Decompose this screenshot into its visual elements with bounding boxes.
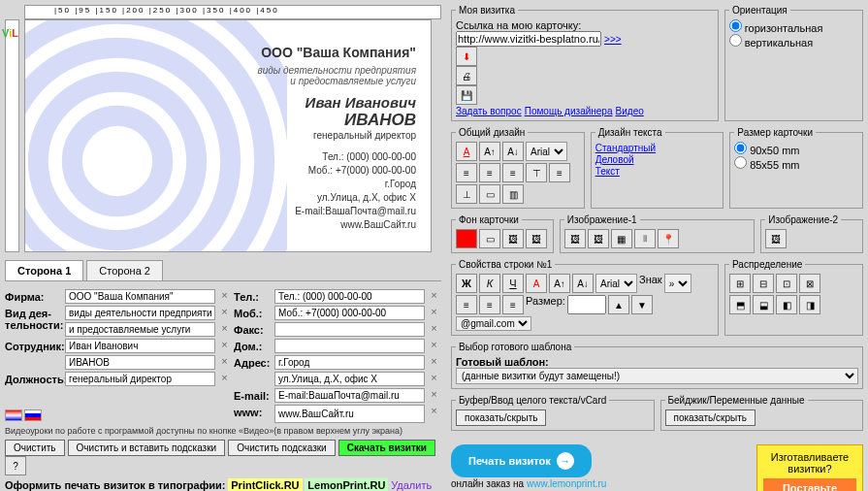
video-link[interactable]: Видео <box>616 106 644 116</box>
help-link[interactable]: Помощь дизайнера <box>525 106 613 116</box>
sign-select[interactable]: » <box>664 274 691 293</box>
valign-mid-icon[interactable]: ≡ <box>549 163 570 182</box>
lemon-link[interactable]: www.lemonprint.ru <box>527 478 606 489</box>
clear-icon[interactable]: × <box>427 372 441 386</box>
map-pin-icon[interactable]: 📍 <box>658 229 679 248</box>
help-icon[interactable]: ? <box>5 456 26 475</box>
d3-icon[interactable]: ⊡ <box>776 274 797 293</box>
valign-bot-icon[interactable]: ⊥ <box>456 184 477 204</box>
d5-icon[interactable]: ⬒ <box>729 295 751 314</box>
bg-clear-icon[interactable]: ▭ <box>479 229 500 248</box>
size2-radio[interactable] <box>734 156 747 169</box>
d2-icon[interactable]: ⊟ <box>753 274 774 293</box>
act-input1[interactable] <box>65 306 215 320</box>
link-url-input[interactable] <box>456 31 601 47</box>
font-dec2-icon[interactable]: A↓ <box>572 274 594 293</box>
bus-link[interactable]: Деловой <box>595 154 634 165</box>
emp-input1[interactable] <box>65 339 215 353</box>
card-canvas[interactable]: ООО "Ваша Компания" виды деятельности пр… <box>24 19 432 252</box>
download-button[interactable]: Скачать визитки <box>338 440 435 456</box>
flag-uk-icon[interactable] <box>5 409 22 421</box>
clear-tips-button[interactable]: Очистить подсказки <box>228 440 336 456</box>
std-link[interactable]: Стандартный <box>595 143 656 153</box>
adr-input1[interactable] <box>274 355 425 370</box>
clear-icon[interactable]: × <box>427 405 441 423</box>
size1-radio[interactable] <box>734 142 747 154</box>
clear-hints-button[interactable]: Очистить и вставить подсказки <box>68 440 226 456</box>
d1-icon[interactable]: ⊞ <box>729 274 751 293</box>
lines-icon[interactable]: ▥ <box>502 184 524 204</box>
l-align-right-icon[interactable]: ≡ <box>502 295 524 314</box>
align-right-icon[interactable]: ≡ <box>502 163 524 182</box>
pdf-icon[interactable]: ⬇ <box>456 47 477 66</box>
clear-icon[interactable]: × <box>427 388 441 403</box>
img-add-icon[interactable]: 🖼 <box>564 229 586 248</box>
template-select[interactable]: (данные визитки будут замещены!) <box>456 368 858 384</box>
email-input[interactable] <box>274 388 425 403</box>
clear-icon[interactable]: × <box>217 289 232 304</box>
qr-icon[interactable]: ▦ <box>611 229 632 248</box>
firma-input[interactable] <box>65 289 215 304</box>
l-align-left-icon[interactable]: ≡ <box>456 295 477 314</box>
emp-input2[interactable] <box>65 355 215 370</box>
print-order-button[interactable]: Печать визиток→ <box>451 444 592 477</box>
tab-side2[interactable]: Сторона 2 <box>86 260 163 280</box>
clear-icon[interactable]: × <box>427 289 441 304</box>
ad-box[interactable]: Изготавливаете визитки? Поставьте КОНСТР… <box>756 444 863 491</box>
font-inc2-icon[interactable]: A↑ <box>549 274 570 293</box>
mob-input[interactable] <box>274 306 425 320</box>
clear-icon[interactable]: × <box>427 322 441 337</box>
share-link[interactable]: >>> <box>604 34 622 45</box>
align-left-icon[interactable]: ≡ <box>456 163 477 182</box>
vert-radio[interactable] <box>729 34 742 47</box>
italic-icon[interactable]: К <box>479 274 500 293</box>
img-lib-icon[interactable]: 🖼 <box>588 229 609 248</box>
bg-img2-icon[interactable]: 🖼 <box>526 229 547 248</box>
fax-input[interactable] <box>274 322 425 337</box>
line-size-input[interactable] <box>567 295 606 314</box>
horiz-radio[interactable] <box>729 19 742 32</box>
adr-input2[interactable] <box>274 372 425 386</box>
d4-icon[interactable]: ⊠ <box>799 274 820 293</box>
line-font-select[interactable]: Arial <box>595 274 637 293</box>
pos-input[interactable] <box>65 372 215 386</box>
clear-icon[interactable]: × <box>217 339 232 353</box>
print-icon[interactable]: 🖨 <box>456 66 477 85</box>
clear-icon[interactable]: × <box>217 355 232 370</box>
font-color-icon[interactable]: A <box>456 142 477 161</box>
tab-side1[interactable]: Сторона 1 <box>5 260 83 280</box>
tel-input[interactable] <box>274 289 425 304</box>
txt-link[interactable]: Текст <box>595 166 620 177</box>
clear-button[interactable]: Очистить <box>5 440 65 456</box>
email-domain-select[interactable]: @gmail.com <box>456 316 531 331</box>
clear-icon[interactable]: × <box>217 322 232 337</box>
text-color-icon[interactable]: A <box>526 274 547 293</box>
www-input[interactable] <box>274 405 425 423</box>
clear-icon[interactable]: × <box>217 306 232 320</box>
d8-icon[interactable]: ◨ <box>799 295 820 314</box>
d7-icon[interactable]: ◧ <box>776 295 797 314</box>
lemonprint-link[interactable]: LemonPrint.RU <box>305 478 388 491</box>
ask-link[interactable]: Задать вопрос <box>456 106 522 116</box>
clear-icon[interactable]: × <box>217 372 232 386</box>
barcode-icon[interactable]: ⦀ <box>634 229 656 248</box>
bold-icon[interactable]: Ж <box>456 274 477 293</box>
l-align-center-icon[interactable]: ≡ <box>479 295 500 314</box>
badge-toggle-button[interactable]: показать/скрыть <box>665 409 755 426</box>
border-icon[interactable]: ▭ <box>479 184 500 204</box>
img2-add-icon[interactable]: 🖼 <box>765 229 787 248</box>
flag-ru-icon[interactable] <box>24 409 42 421</box>
bg-color-icon[interactable] <box>456 229 477 248</box>
printclick-link[interactable]: PrintClick.RU <box>228 478 302 491</box>
clear-icon[interactable]: × <box>427 355 441 370</box>
clear-icon[interactable]: × <box>427 339 441 353</box>
bg-img-icon[interactable]: 🖼 <box>502 229 524 248</box>
valign-top-icon[interactable]: ⊤ <box>526 163 547 182</box>
dom-input[interactable] <box>274 339 425 353</box>
act-input2[interactable] <box>65 322 215 337</box>
d6-icon[interactable]: ⬓ <box>753 295 774 314</box>
line-down-icon[interactable]: ▼ <box>631 295 653 314</box>
align-center-icon[interactable]: ≡ <box>479 163 500 182</box>
buf-toggle-button[interactable]: показать/скрыть <box>456 409 546 426</box>
line-up-icon[interactable]: ▲ <box>608 295 629 314</box>
